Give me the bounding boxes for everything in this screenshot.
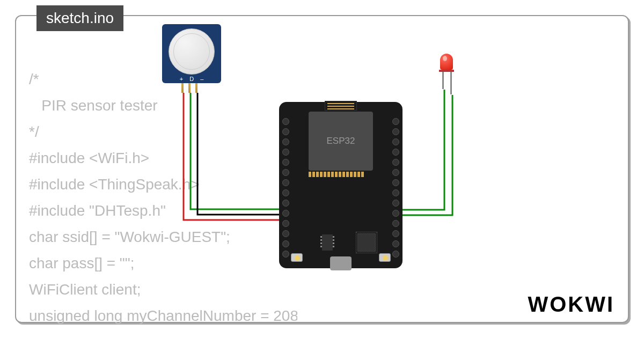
pir-pin-plus: + bbox=[180, 76, 183, 82]
esp32-reset-button[interactable] bbox=[379, 253, 391, 262]
code-line: */ bbox=[29, 123, 39, 140]
led-bulb-icon bbox=[440, 54, 453, 70]
filename-label: sketch.ino bbox=[46, 10, 114, 26]
esp32-usb-port-icon bbox=[330, 256, 352, 270]
esp32-boot-button[interactable] bbox=[291, 253, 303, 262]
code-line: /* bbox=[29, 71, 39, 87]
code-line: char pass[] = ""; bbox=[29, 255, 135, 271]
circuit-canvas: + D – ESP32 bbox=[161, 24, 537, 282]
esp32-chip-label: ESP32 bbox=[327, 136, 355, 146]
wokwi-logo: WOKWI bbox=[528, 292, 614, 317]
esp32-board[interactable]: ESP32 bbox=[279, 102, 402, 268]
logo-text: WOKWI bbox=[528, 292, 614, 316]
pir-pin-minus: – bbox=[200, 76, 203, 82]
esp32-regulator-icon bbox=[322, 234, 333, 251]
led-anode bbox=[450, 72, 452, 94]
led-red[interactable] bbox=[440, 54, 454, 94]
code-line: WiFiClient client; bbox=[29, 281, 141, 298]
code-line: #include "DHTesp.h" bbox=[29, 202, 166, 219]
esp32-shield: ESP32 bbox=[309, 112, 373, 171]
esp32-pins-left bbox=[282, 118, 289, 258]
code-line: PIR sensor tester bbox=[29, 97, 158, 114]
esp32-module-pads bbox=[309, 172, 364, 177]
code-line: #include <WiFi.h> bbox=[29, 150, 149, 166]
pir-dome-icon bbox=[169, 28, 215, 75]
led-cathode bbox=[442, 72, 444, 89]
pir-pin-data: D bbox=[189, 76, 194, 82]
pir-pin-labels: + D – bbox=[162, 76, 221, 82]
esp32-usb-chip-icon bbox=[357, 233, 376, 252]
filename-tab: sketch.ino bbox=[36, 5, 123, 31]
esp32-antenna-icon bbox=[325, 101, 357, 111]
esp32-pins-right bbox=[392, 118, 399, 258]
pir-pins bbox=[181, 83, 197, 93]
code-line: unsigned long myChannelNumber = 2080313; bbox=[29, 307, 297, 324]
pir-sensor[interactable]: + D – bbox=[162, 24, 221, 83]
